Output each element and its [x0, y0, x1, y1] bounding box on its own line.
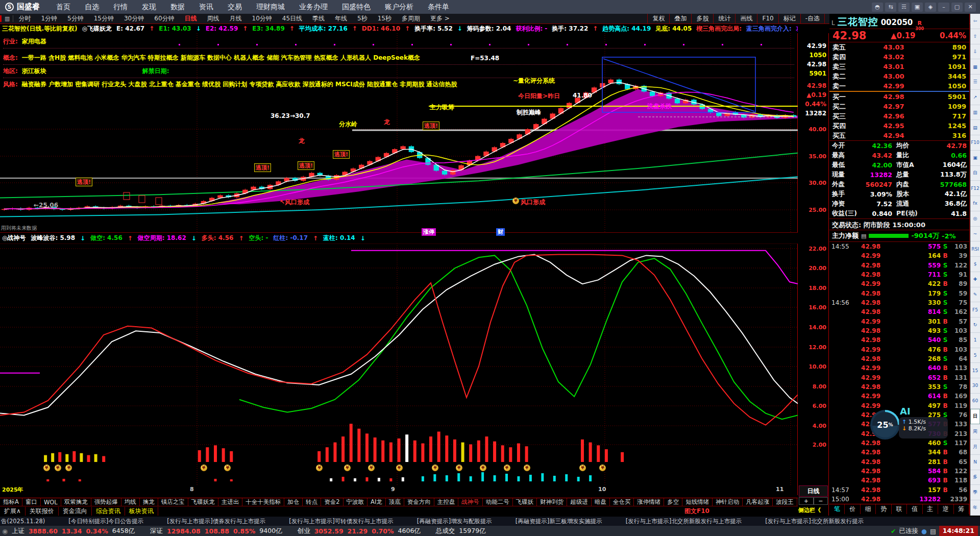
up-icon[interactable]: ⇧: [970, 29, 980, 44]
indicator-tab-财神到货[interactable]: 财神到货: [537, 498, 567, 506]
radar-icon[interactable]: ◎: [970, 211, 980, 227]
indicator-tab-动能二号[interactable]: 动能二号: [483, 498, 513, 506]
period-tab-8[interactable]: 周线: [202, 14, 225, 23]
gift-icon[interactable]: ◈: [925, 3, 936, 12]
period-30[interactable]: 30: [970, 378, 980, 394]
period-tab-2[interactable]: 1分钟: [36, 14, 62, 23]
sh-label[interactable]: 上证: [12, 527, 24, 535]
report-icon[interactable]: ▦: [970, 59, 980, 75]
switch-icon[interactable]: ⇆: [885, 3, 896, 12]
indicator-tab-镇店之宝[interactable]: 镇店之宝: [158, 498, 188, 506]
period-tab-9[interactable]: 月线: [225, 14, 247, 23]
period-tab-11[interactable]: 45日线: [277, 14, 307, 23]
indicator-tab-宁波敢[interactable]: 宁波敢: [344, 498, 368, 506]
period-tab-13[interactable]: 年线: [330, 14, 352, 23]
back-icon[interactable]: ⇦: [970, 14, 980, 29]
menu-item-5[interactable]: 数据: [163, 3, 192, 12]
period-n[interactable]: N: [970, 455, 980, 470]
maximize-icon[interactable]: ▢: [951, 3, 963, 12]
network-icon[interactable]: ●: [921, 527, 927, 535]
assistant-icon[interactable]: ◓: [872, 3, 883, 12]
indicator-tab-暗盘[interactable]: 暗盘: [592, 498, 610, 506]
period-indicator-box[interactable]: 日线: [799, 485, 828, 497]
menu-item-3[interactable]: 行情: [106, 3, 135, 12]
period-15[interactable]: 15: [970, 363, 980, 378]
extension-tab-关联报价[interactable]: 关联报价: [26, 507, 59, 516]
menu-item-10[interactable]: 国盛特色: [335, 3, 378, 12]
indicator-tab-均线[interactable]: 均线: [121, 498, 140, 506]
menu-item-1[interactable]: 首页: [49, 3, 78, 12]
period-tab-4[interactable]: 15分钟: [89, 14, 119, 23]
extension-tab-资金流向[interactable]: 资金流向: [59, 507, 92, 516]
indicator-tab-WOL[interactable]: WOL: [41, 499, 61, 506]
period-1[interactable]: 1: [970, 333, 980, 348]
menu-item-2[interactable]: 自选: [78, 3, 106, 12]
toolbar-button-F10[interactable]: F10: [757, 14, 778, 24]
main-chart[interactable]: 行业: 家用电器 概念: 一带一路 含H股 燃料电池 小米概念 华为汽车 特斯拉…: [0, 33, 798, 495]
indicator-tab-波段王[interactable]: 波段王: [773, 498, 797, 506]
extension-tab-综合资讯[interactable]: 综合资讯: [92, 507, 125, 516]
period-week[interactable]: 周: [970, 424, 980, 440]
menu-item-6[interactable]: 资讯: [192, 3, 220, 12]
indicator-tab-十全十美指标[interactable]: 十全十美指标: [242, 498, 284, 506]
panel-tab-联[interactable]: 联: [892, 504, 907, 514]
area-value[interactable]: 浙江板块: [22, 67, 46, 76]
bid-row-3[interactable]: 买三42.96717: [829, 111, 969, 121]
edit-icon[interactable]: ✎: [970, 287, 980, 303]
sz-label[interactable]: 深证: [150, 527, 163, 535]
zoom-out-button[interactable]: −: [814, 497, 828, 505]
panel-tab-细[interactable]: 细: [861, 504, 876, 514]
menu-item-8[interactable]: 理财商城: [249, 3, 292, 12]
indicator-tab-强势起爆[interactable]: 强势起爆: [91, 498, 121, 506]
custom-icon[interactable]: 自: [970, 166, 980, 181]
monitor-icon[interactable]: ▣: [912, 3, 923, 12]
concept-values[interactable]: 一带一路 含H股 燃料电池 小米概念 华为汽车 特斯拉概念 新能源车 数据中心 …: [22, 54, 420, 62]
period-tab-1[interactable]: 分时: [13, 14, 36, 23]
stock-name[interactable]: 三花智控: [838, 15, 878, 29]
zoom-in-button[interactable]: +: [799, 497, 814, 505]
wave-icon[interactable]: ~: [970, 227, 980, 242]
news-item-5[interactable]: [再融资提示]增发与配股提示: [417, 518, 492, 525]
indicator-tab-双紫擒龙[interactable]: 双紫擒龙: [61, 498, 91, 506]
indicator-tab-飞碟妖[interactable]: 飞碟妖: [513, 498, 537, 506]
indicator-tab-神针启动[interactable]: 神针启动: [713, 498, 743, 506]
news-icon[interactable]: ▤: [970, 120, 980, 135]
kline-icon[interactable]: ▥: [970, 105, 980, 120]
menu-item-4[interactable]: 发现: [135, 3, 163, 12]
gfx-f10-label[interactable]: 图文F10: [684, 507, 709, 516]
menu-item-12[interactable]: 条件单: [421, 3, 456, 12]
formula-icon[interactable]: fx: [970, 196, 980, 211]
indicator-tab-主进出[interactable]: 主进出: [218, 498, 243, 506]
extension-tab-板块资讯[interactable]: 板块资讯: [125, 507, 158, 516]
indicator-tab-主控盘[interactable]: 主控盘: [434, 498, 459, 506]
indicator-tab-资金方向[interactable]: 资金方向: [404, 498, 434, 506]
news-item-8[interactable]: [发行与上市提示]北交所新股发行提示: [765, 518, 864, 525]
menu-item-9[interactable]: 业务办理: [292, 3, 335, 12]
period-tab-15[interactable]: 15秒: [373, 14, 397, 23]
period-tab-12[interactable]: 季线: [307, 14, 330, 23]
ask-row-3[interactable]: 卖三43.011091: [829, 62, 969, 71]
indicator-tab-凡客起涨[interactable]: 凡客起涨: [743, 498, 773, 506]
minimize-icon[interactable]: –: [938, 3, 949, 12]
menu-item-11[interactable]: 账户分析: [378, 3, 421, 12]
period-tab-6[interactable]: 60分钟: [149, 14, 179, 23]
move-icon[interactable]: ✚: [970, 272, 980, 287]
bid-row-5[interactable]: 买五42.94316: [829, 131, 969, 140]
indicator-tab-多空[interactable]: 多空: [664, 498, 682, 506]
ask-row-5[interactable]: 卖一42.991050: [829, 81, 969, 91]
news-item-3[interactable]: [发行与上市提示]债券发行与上市提示: [167, 518, 265, 525]
panel-tab-笔[interactable]: 笔: [829, 504, 845, 514]
shortcut-icon[interactable]: ☴: [898, 3, 910, 12]
indicator-tab-窗口[interactable]: 窗口: [22, 498, 41, 506]
extension-tab-扩展∧[interactable]: 扩展∧: [0, 507, 26, 516]
toolbar-button--自选[interactable]: -自选: [800, 14, 824, 24]
f10-icon[interactable]: F10: [970, 135, 980, 151]
period-tab-7[interactable]: 日线: [180, 14, 202, 23]
indicator-tab-»[interactable]: »: [797, 499, 798, 506]
indicator-tab-资金2[interactable]: 资金2: [321, 498, 343, 506]
period-tab-17[interactable]: 更多 >: [425, 14, 455, 23]
tick-list[interactable]: 14:5542.98575S10342.99164B3942.98559S122…: [829, 242, 969, 504]
indicator-tab-AI龙[interactable]: AI龙: [368, 498, 386, 506]
toolbar-button-统计[interactable]: 统计: [713, 14, 735, 24]
relation-icon[interactable]: ▣: [970, 151, 980, 166]
